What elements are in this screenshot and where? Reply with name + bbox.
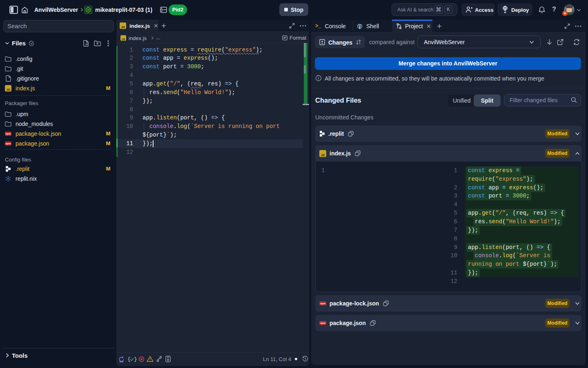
svg-text:JS: JS [87, 9, 90, 11]
